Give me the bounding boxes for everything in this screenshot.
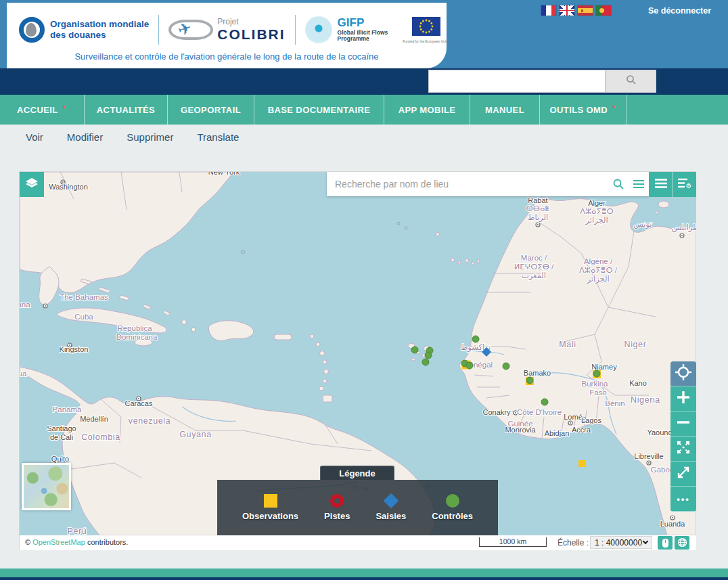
portugal-flag[interactable] — [596, 5, 611, 16]
map-marker-controle[interactable] — [411, 347, 418, 353]
menu-button[interactable] — [649, 172, 673, 197]
town-dot-center — [515, 412, 516, 414]
overview-map[interactable] — [22, 463, 71, 510]
town-dot-center — [537, 224, 539, 225]
dropdown-caret-icon: ▼ — [62, 104, 67, 110]
pointer-mode-button[interactable] — [658, 536, 673, 550]
map-place-label: República — [117, 324, 152, 332]
projection-button[interactable] — [675, 536, 689, 550]
logo-divider — [158, 15, 159, 45]
map-panel-buttons: ⚙ — [649, 172, 696, 197]
tab-translate[interactable]: Translate — [197, 131, 239, 143]
scale-bar: 1000 km — [479, 537, 547, 547]
copyright-symbol: © — [25, 538, 30, 546]
map-search-icon[interactable] — [608, 178, 629, 190]
mouse-icon — [662, 539, 668, 548]
layers-icon — [24, 176, 39, 194]
map-place-label: ua — [20, 370, 27, 378]
map-marker-controle[interactable] — [526, 377, 533, 384]
map-status-bar: © OpenStreetMap contributors. 1000 km Éc… — [20, 535, 696, 550]
layer-settings-button[interactable]: ⚙ — [673, 172, 696, 197]
zoom-out-button[interactable] — [670, 411, 696, 437]
map-place-label: Kingston — [60, 345, 89, 353]
map-place-label: Burkina — [582, 380, 609, 388]
map-place-label: ⴷⵣⴰⵢⴻⵔ — [580, 207, 614, 215]
wco-name: Organisation mondiale des douanes — [50, 19, 149, 40]
search-options-icon[interactable] — [629, 179, 649, 189]
map-marker-controle[interactable] — [425, 352, 432, 359]
map-place-label: ana — [20, 300, 30, 309]
globe-icon — [677, 537, 687, 549]
map-search-input[interactable] — [327, 179, 608, 189]
nav-item-outils-omd[interactable]: OUTILS OMD▼ — [540, 95, 627, 125]
map-place-label: de Cali — [50, 433, 73, 441]
zoom-extent-button[interactable] — [670, 437, 696, 462]
gifp-line2: Programme — [338, 36, 388, 42]
nav-item-accueil[interactable]: ACCUEIL▼ — [0, 95, 85, 125]
uk-flag[interactable] — [560, 5, 574, 16]
map-place-label: Bénin — [605, 399, 624, 407]
nav-item-actualites[interactable]: ACTUALITÉS — [85, 95, 168, 125]
map-place-label: Dominicana — [116, 333, 158, 341]
wco-logo-icon — [19, 17, 45, 43]
map-place-label: Alger — [588, 199, 606, 207]
logo-divider — [295, 15, 296, 45]
map-place-label: Lomé — [564, 413, 583, 421]
france-flag[interactable] — [541, 5, 556, 16]
site-search-bar — [0, 68, 728, 95]
nav-item-manuel[interactable]: MANUEL — [470, 95, 540, 125]
plus-icon — [677, 391, 690, 407]
site-search-input[interactable] — [428, 70, 606, 93]
legend-item-saisies[interactable]: Saisies — [376, 494, 406, 521]
overview-map-terrain — [24, 465, 69, 508]
legend-item-observations[interactable]: Observations — [242, 494, 298, 521]
map-place-label: Côte D'Ivoire — [517, 408, 562, 416]
nav-item-app-mobile[interactable]: APP MOBILE — [384, 95, 470, 125]
wco-name-line2: des douanes — [50, 30, 149, 41]
spain-flag[interactable] — [578, 5, 593, 16]
colibri-logo: Projet COLIBRI — [168, 17, 285, 43]
legend-item-controles[interactable]: Contrôles — [432, 494, 473, 521]
map-marker-controle[interactable] — [472, 336, 479, 342]
map-marker-observation[interactable] — [578, 460, 585, 467]
tab-modifier[interactable]: Modifier — [67, 131, 103, 143]
map-marker-controle[interactable] — [541, 399, 548, 405]
zoom-in-button[interactable] — [670, 386, 696, 411]
legend-item-pistes[interactable]: Pistes — [324, 494, 350, 521]
fullscreen-button[interactable] — [670, 462, 696, 487]
map-place-label: طرابلس — [672, 223, 696, 233]
map-marker-controle[interactable] — [593, 370, 600, 377]
site-search-button[interactable] — [606, 70, 656, 93]
wco-name-line1: Organisation mondiale — [50, 19, 149, 30]
map-canvas[interactable]: New YorkWashingtonThe BahamasCubaRepúbli… — [20, 172, 696, 535]
tab-supprimer[interactable]: Supprimer — [127, 131, 173, 143]
layers-button[interactable] — [20, 172, 44, 197]
piste-ring-icon — [330, 494, 344, 508]
tab-voir[interactable]: Voir — [26, 131, 43, 143]
map-place-label: Kano — [629, 379, 647, 387]
legend-tab[interactable]: Légende — [320, 466, 394, 480]
ellipsis-icon: ••• — [677, 494, 690, 504]
scale-value: 1 : 40000000 — [595, 538, 642, 548]
geolocate-button[interactable] — [670, 361, 696, 386]
attribution-suffix: contributors. — [87, 538, 129, 546]
map-controls: ••• — [670, 361, 696, 512]
chevron-down-icon — [643, 539, 648, 544]
controle-circle-icon — [446, 494, 459, 508]
nav-item-base-documentaire[interactable]: BASE DOCUMENTAIRE — [254, 95, 384, 125]
scale-label: Échelle : — [558, 538, 589, 548]
map-marker-controle[interactable] — [466, 362, 473, 369]
map-marker-controle[interactable] — [503, 363, 509, 370]
nav-item-geoportail[interactable]: GEOPORTAIL — [168, 95, 254, 125]
map-marker-controle[interactable] — [422, 359, 429, 365]
osm-link[interactable]: OpenStreetMap — [32, 538, 85, 546]
map-place-label: Caracas — [125, 399, 153, 407]
map-place-label: Washington — [49, 183, 88, 191]
map-place-label: تونس — [633, 220, 652, 229]
map-place-label: Faso — [589, 388, 607, 397]
more-options-button[interactable]: ••• — [670, 487, 696, 512]
scale-select[interactable]: 1 : 40000000 — [590, 536, 652, 549]
map-place-label: الرباط — [528, 213, 548, 223]
map-place-label: ⵍⵎⵖⵔⵉⴱ / — [514, 263, 554, 271]
logout-link[interactable]: Se déconnecter — [648, 6, 711, 16]
